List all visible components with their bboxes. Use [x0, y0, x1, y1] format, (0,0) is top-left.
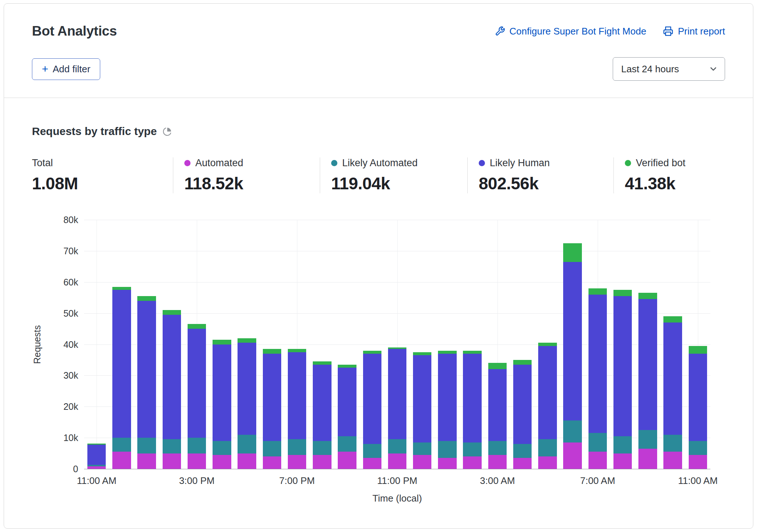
verified-bot-segment: [288, 349, 306, 352]
likely-human-segment: [463, 354, 481, 442]
stacked-bar: [288, 349, 306, 469]
verified-bot-segment: [689, 346, 707, 354]
stat-label: Likely Automated: [342, 157, 418, 169]
likely-automated-segment: [188, 438, 206, 453]
x-tick-label: 7:00 PM: [279, 475, 315, 487]
stacked-bar: [163, 310, 181, 469]
x-tick-label: 11:00 PM: [377, 475, 417, 487]
verified-bot-segment: [263, 349, 281, 354]
automated-segment: [363, 458, 381, 469]
section-title: Requests by traffic type: [32, 125, 157, 138]
stat-likely-automated: Likely Automated 119.04k: [320, 157, 467, 193]
likely-automated-segment: [638, 430, 657, 449]
stat-value: 1.08M: [32, 174, 166, 193]
x-tick-label: 3:00 PM: [179, 475, 215, 487]
likely-human-segment: [87, 445, 106, 465]
chevron-down-icon: [709, 64, 718, 74]
printer-icon: [663, 26, 673, 36]
gridline: [97, 220, 97, 469]
verified-bot-segment: [338, 365, 356, 368]
bot-analytics-card: Bot Analytics Configure Super Bot Fight …: [4, 3, 753, 529]
card-body: Requests by traffic type Total 1.08M Aut…: [4, 98, 753, 508]
verified-bot-segment: [213, 340, 231, 345]
verified-bot-segment: [663, 316, 682, 323]
configure-link-label: Configure Super Bot Fight Mode: [510, 26, 646, 37]
likely-automated-segment: [689, 441, 707, 455]
likely-automated-segment: [313, 441, 331, 455]
y-tick-label: 40k: [64, 339, 78, 350]
likely-human-segment: [338, 368, 356, 436]
automated-segment: [87, 466, 106, 469]
stat-value: 802.56k: [479, 174, 606, 193]
stacked-bar: [388, 347, 406, 469]
x-tick-label: 11:00 AM: [77, 475, 116, 487]
stacked-bar: [313, 361, 331, 469]
verified-bot-segment: [413, 352, 431, 355]
stacked-bar: [538, 343, 557, 469]
page-title: Bot Analytics: [32, 23, 117, 39]
y-tick-label: 30k: [64, 370, 78, 381]
automated-segment: [288, 455, 306, 469]
automated-segment: [163, 453, 181, 469]
automated-segment: [588, 452, 607, 469]
add-filter-button[interactable]: Add filter: [32, 58, 100, 80]
automated-segment: [188, 453, 206, 469]
time-range-select[interactable]: Last 24 hours: [613, 57, 725, 81]
automated-segment: [388, 453, 406, 469]
y-tick-label: 20k: [64, 401, 78, 412]
automated-segment: [689, 455, 707, 469]
verified-bot-segment: [563, 243, 582, 262]
likely-automated-segment: [588, 433, 607, 452]
likely-human-segment: [238, 343, 256, 434]
configure-super-bot-fight-mode-link[interactable]: Configure Super Bot Fight Mode: [495, 26, 646, 37]
likely-automated-segment: [238, 435, 256, 453]
likely-automated-segment: [363, 444, 381, 458]
stat-automated: Automated 118.52k: [173, 157, 320, 193]
likely-human-segment: [513, 365, 532, 444]
automated-segment: [538, 456, 557, 469]
stacked-bar: [87, 444, 106, 469]
print-report-link[interactable]: Print report: [663, 26, 725, 37]
likely-automated-segment: [663, 435, 682, 452]
y-tick-label: 0: [73, 464, 78, 474]
stat-total: Total 1.08M: [32, 157, 173, 193]
likely-automated-segment: [137, 438, 156, 453]
y-tick-label: 80k: [64, 215, 78, 225]
pie-chart-icon: [163, 127, 172, 136]
likely-automated-segment: [488, 441, 507, 455]
automated-segment: [238, 453, 256, 469]
legend-dot-verified-bot: [625, 160, 631, 166]
automated-segment: [413, 455, 431, 469]
plus-icon: [42, 65, 48, 73]
likely-automated-segment: [338, 436, 356, 452]
verified-bot-segment: [638, 293, 657, 299]
likely-human-segment: [663, 323, 682, 435]
automated-segment: [563, 442, 582, 469]
stacked-bar: [588, 288, 607, 469]
stat-label: Automated: [195, 157, 243, 169]
stat-likely-human: Likely Human 802.56k: [467, 157, 613, 193]
automated-segment: [638, 449, 657, 469]
automated-segment: [213, 455, 231, 469]
automated-segment: [663, 452, 682, 469]
likely-human-segment: [288, 352, 306, 440]
automated-segment: [137, 453, 156, 469]
automated-segment: [513, 458, 532, 469]
stacked-bar: [188, 324, 206, 469]
likely-human-segment: [363, 354, 381, 444]
stacked-bar: [363, 351, 381, 469]
y-axis-label: Requests: [32, 325, 43, 364]
verified-bot-segment: [137, 296, 156, 301]
y-tick-label: 70k: [64, 245, 78, 256]
print-link-label: Print report: [678, 26, 725, 37]
verified-bot-segment: [112, 287, 131, 290]
stat-label: Likely Human: [490, 157, 550, 169]
stacked-bar: [689, 346, 707, 469]
automated-segment: [488, 455, 507, 469]
likely-human-segment: [313, 365, 331, 441]
likely-human-segment: [213, 345, 231, 441]
likely-human-segment: [137, 301, 156, 438]
likely-human-segment: [163, 315, 181, 440]
stat-value: 41.38k: [625, 174, 685, 193]
likely-automated-segment: [613, 436, 632, 453]
